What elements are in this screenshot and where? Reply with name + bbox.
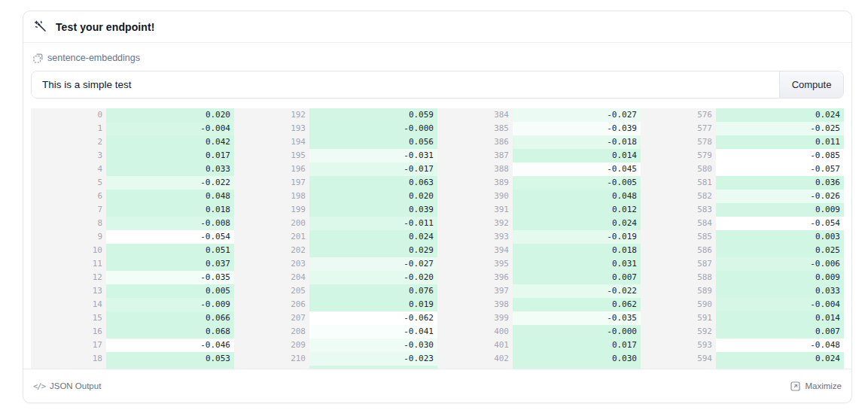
embedding-row: 210-0.023 (234, 352, 437, 366)
value-cell: -0.022 (106, 176, 234, 190)
index-cell: 394 (437, 244, 513, 257)
index-cell: 192 (234, 108, 309, 122)
value-cell: -0.035 (513, 311, 641, 325)
embedding-row: 582-0.026 (641, 190, 844, 203)
value-cell: 0.017 (106, 149, 234, 162)
pipeline-task-icon (33, 53, 43, 63)
index-cell: 579 (641, 149, 716, 162)
index-cell: 589 (641, 284, 716, 298)
embedding-row: 393-0.019 (437, 230, 641, 244)
embedding-row: 3910.012 (437, 203, 641, 217)
index-cell: 201 (234, 230, 309, 244)
json-output-toggle[interactable]: </> JSON Output (33, 381, 101, 390)
embedding-row: 2010.024 (234, 230, 437, 244)
index-cell: 584 (641, 217, 716, 230)
index-cell: 388 (437, 162, 513, 176)
compute-button[interactable]: Compute (779, 71, 843, 98)
embedding-row: 207-0.062 (234, 311, 437, 325)
embedding-row: 397-0.022 (437, 284, 641, 298)
value-cell: 0.036 (716, 176, 844, 190)
index-cell: 11 (31, 257, 106, 271)
index-cell: 578 (641, 135, 716, 149)
index-cell: 6 (31, 190, 106, 203)
value-cell: -0.000 (513, 325, 641, 339)
embedding-row: 1980.020 (234, 190, 437, 203)
index-cell: 5 (31, 176, 106, 190)
value-cell: 0.018 (106, 203, 234, 217)
value-cell: 0.076 (309, 284, 437, 298)
embedding-row: 30.017 (31, 149, 234, 162)
index-cell: 10 (31, 244, 106, 257)
value-cell: 0.005 (106, 284, 234, 298)
index-cell: 384 (437, 108, 513, 122)
embedding-row: 587-0.006 (641, 257, 844, 271)
widget-footer: </> JSON Output Maximize (23, 369, 851, 402)
embedding-row: 195-0.031 (234, 149, 437, 162)
value-cell: 0.056 (309, 135, 437, 149)
value-cell: 0.017 (513, 339, 641, 352)
value-cell: 0.019 (309, 298, 437, 311)
index-cell: 591 (641, 311, 716, 325)
embedding-row: 40.033 (31, 162, 234, 176)
index-cell: 398 (437, 298, 513, 311)
value-cell: 0.009 (716, 203, 844, 217)
value-cell: 0.020 (309, 190, 437, 203)
index-cell: 594 (641, 352, 716, 366)
value-cell: 0.014 (513, 149, 641, 162)
pipeline-tag[interactable]: sentence-embeddings (33, 53, 844, 63)
pipeline-label: sentence-embeddings (47, 53, 140, 63)
index-cell: 206 (234, 298, 309, 311)
magic-wand-icon (35, 20, 47, 33)
embedding-row: 150.066 (31, 311, 234, 325)
index-cell: 12 (31, 271, 106, 284)
value-cell: -0.006 (716, 257, 844, 271)
embedding-row: 4010.017 (437, 339, 641, 352)
value-cell: 0.020 (106, 108, 234, 122)
embeddings-table[interactable]: 00.0201-0.00420.04230.01740.0335-0.02260… (31, 108, 844, 369)
embedding-row: 388-0.045 (437, 162, 641, 176)
index-cell: 17 (31, 339, 106, 352)
value-cell: -0.011 (309, 217, 437, 230)
value-cell: 0.003 (716, 230, 844, 244)
value-cell: 0.048 (513, 190, 641, 203)
embedding-row: 100.051 (31, 244, 234, 257)
index-cell: 13 (31, 284, 106, 298)
index-cell: 193 (234, 122, 309, 135)
embedding-row: 00.020 (31, 108, 234, 122)
embedding-row: 3960.007 (437, 271, 641, 284)
value-cell: -0.008 (106, 217, 234, 230)
query-input[interactable] (32, 71, 779, 98)
widget-header: Test your endpoint! (23, 11, 851, 43)
value-cell: 0.024 (716, 108, 844, 122)
index-cell: 3 (31, 149, 106, 162)
embedding-row: 399-0.035 (437, 311, 641, 325)
embedding-row: 70.018 (31, 203, 234, 217)
value-cell: 0.051 (106, 244, 234, 257)
value-cell: 0.039 (309, 203, 437, 217)
embedding-row: 593-0.048 (641, 339, 844, 352)
index-cell: 0 (31, 108, 106, 122)
embedding-row: 8-0.008 (31, 217, 234, 230)
value-cell: 0.048 (106, 190, 234, 203)
embedding-row: 5780.011 (641, 135, 844, 149)
embedding-row: 17-0.046 (31, 339, 234, 352)
embedding-row: 204-0.020 (234, 271, 437, 284)
embedding-row: 3950.031 (437, 257, 641, 271)
index-cell: 402 (437, 352, 513, 366)
embedding-row: 590-0.004 (641, 298, 844, 311)
value-cell: 0.024 (309, 230, 437, 244)
index-cell: 196 (234, 162, 309, 176)
maximize-button[interactable]: Maximize (790, 381, 842, 391)
embedding-column-group: 5760.024577-0.0255780.011579-0.085580-0.… (641, 108, 844, 369)
embedding-row: 384-0.027 (437, 108, 641, 122)
value-cell: 0.042 (106, 135, 234, 149)
index-cell: 18 (31, 352, 106, 366)
embedding-row: 5890.033 (641, 284, 844, 298)
embedding-row: 5810.036 (641, 176, 844, 190)
value-cell: 0.029 (309, 244, 437, 257)
index-cell: 395 (437, 257, 513, 271)
index-cell: 580 (641, 162, 716, 176)
value-cell: -0.035 (106, 271, 234, 284)
embedding-row: 203-0.027 (234, 257, 437, 271)
embedding-row: 5860.025 (641, 244, 844, 257)
